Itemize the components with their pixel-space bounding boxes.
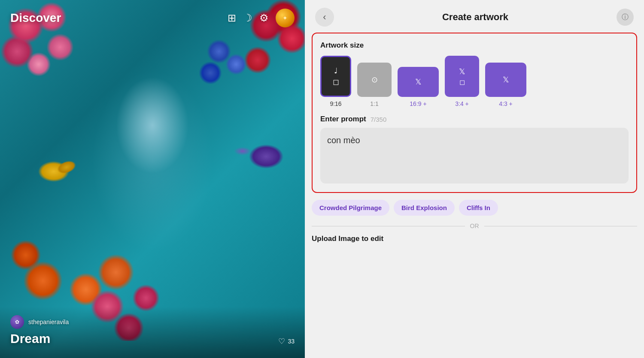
info-icon: ⓘ: [622, 13, 629, 22]
moon-icon[interactable]: ☽: [243, 12, 252, 24]
content-bordered: Artwork size ♩ ◻ 9:16 ⊙ 1:1: [312, 33, 637, 193]
left-bottom: ✿ sthepanieravila Dream: [0, 307, 305, 358]
size-label-3-4: 3:4 +: [455, 100, 469, 107]
size-label-9-16: 9:16: [330, 100, 341, 107]
chips-row: Crowded Pilgrimage Bird Explosion Cliffs…: [312, 200, 637, 217]
chip-crowded-pilgrimage[interactable]: Crowded Pilgrimage: [312, 200, 389, 216]
twitter-icon-3: 𝕏: [503, 75, 509, 84]
likes-row: ♡ 33: [278, 337, 295, 346]
back-button[interactable]: ‹: [315, 8, 334, 27]
bird-yellow: [34, 159, 73, 184]
or-line-right: [484, 226, 638, 226]
right-header: ‹ Create artwork ⓘ: [305, 0, 644, 33]
size-card-landscape-sm[interactable]: 𝕏: [398, 67, 439, 97]
prompt-row: Enter prompt 7/350: [320, 115, 629, 123]
size-option-1-1[interactable]: ⊙ 1:1: [357, 63, 392, 107]
size-card-square[interactable]: ⊙: [357, 63, 392, 97]
size-option-4-3[interactable]: 𝕏 4:3 +: [485, 63, 526, 107]
or-text: OR: [470, 223, 479, 229]
planet-icon[interactable]: [276, 9, 295, 27]
user-row: ✿ sthepanieravila: [10, 315, 295, 329]
right-panel: ‹ Create artwork ⓘ Artwork size ♩ ◻ 9:16: [305, 0, 644, 358]
discord-icon[interactable]: ⊞: [228, 12, 236, 24]
prompt-label: Enter prompt: [320, 115, 366, 123]
back-icon: ‹: [323, 12, 326, 23]
user-name: sthepanieravila: [28, 319, 69, 325]
size-card-portrait[interactable]: ♩ ◻: [320, 56, 351, 97]
size-card-landscape-md[interactable]: 𝕏: [485, 63, 526, 97]
settings-icon[interactable]: ⚙: [259, 12, 269, 24]
avatar: ✿: [10, 315, 24, 329]
note-icon-2: ◻: [333, 77, 339, 87]
size-card-portrait-md[interactable]: 𝕏 ◻: [445, 56, 479, 97]
header-icons: ⊞ ☽ ⚙: [228, 9, 295, 27]
instagram-icon: ◻: [459, 78, 465, 86]
twitter-icon-2: 𝕏: [459, 67, 465, 76]
artwork-size-label: Artwork size: [320, 41, 629, 50]
size-option-9-16[interactable]: ♩ ◻ 9:16: [320, 56, 351, 107]
image-title: Dream: [10, 331, 50, 346]
size-label-4-3: 4:3 +: [499, 100, 513, 107]
left-header: Discover ⊞ ☽ ⚙: [0, 0, 305, 36]
camera-icon: ⊙: [371, 75, 378, 84]
upload-label: Upload Image to edit: [312, 235, 383, 243]
size-label-16-9: 16:9 +: [410, 100, 426, 107]
note-icon: ♩: [334, 66, 337, 75]
heart-icon: ♡: [278, 337, 285, 346]
prompt-count: 7/350: [371, 116, 387, 123]
twitter-icon: 𝕏: [415, 77, 422, 87]
portrait-icons: ♩ ◻: [333, 66, 339, 87]
prompt-textarea[interactable]: [320, 128, 629, 184]
likes-count: 33: [288, 338, 295, 345]
discover-label: Discover: [10, 11, 61, 25]
page-title: Create artwork: [334, 12, 617, 23]
bird-purple: [245, 141, 288, 171]
upload-section: Upload Image to edit: [312, 235, 637, 243]
or-line-left: [312, 226, 465, 226]
size-option-3-4[interactable]: 𝕏 ◻ 3:4 +: [445, 56, 479, 107]
left-panel: Discover ⊞ ☽ ⚙ ✿ sthepanieravila Dream ♡…: [0, 0, 305, 358]
social-stack-3-4: 𝕏 ◻: [459, 67, 465, 86]
info-button[interactable]: ⓘ: [617, 9, 634, 26]
size-option-16-9[interactable]: 𝕏 16:9 +: [398, 67, 439, 107]
size-options: ♩ ◻ 9:16 ⊙ 1:1 𝕏 16:9 +: [320, 56, 629, 107]
or-divider: OR: [312, 223, 637, 229]
size-label-1-1: 1:1: [370, 100, 378, 107]
chip-cliffs-in[interactable]: Cliffs In: [459, 200, 498, 216]
chip-bird-explosion[interactable]: Bird Explosion: [394, 200, 455, 216]
